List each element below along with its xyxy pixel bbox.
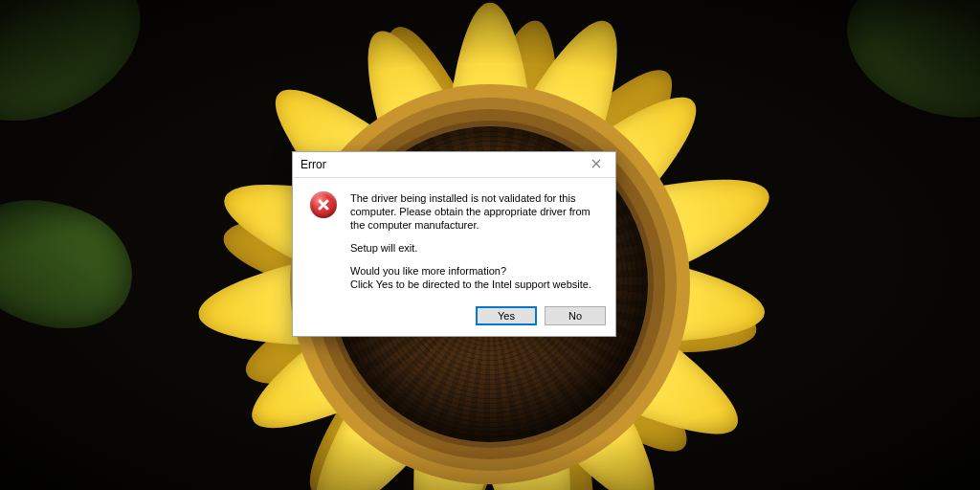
close-icon (591, 158, 601, 171)
message-paragraph: Would you like more information? Click Y… (350, 264, 598, 291)
error-dialog: Error The driver being installed is not … (292, 151, 616, 337)
message-paragraph: The driver being installed is not valida… (350, 191, 598, 232)
dialog-message: The driver being installed is not valida… (350, 191, 598, 291)
no-button[interactable]: No (545, 306, 606, 325)
dialog-body: The driver being installed is not valida… (293, 178, 615, 295)
leaf-decoration (0, 0, 162, 144)
dialog-titlebar[interactable]: Error (293, 152, 615, 178)
dialog-button-row: Yes No (293, 295, 615, 336)
yes-button[interactable]: Yes (476, 306, 537, 325)
leaf-decoration (0, 170, 152, 356)
close-button[interactable] (577, 152, 615, 178)
leaf-decoration (827, 0, 980, 147)
error-icon (310, 191, 337, 218)
message-paragraph: Setup will exit. (350, 241, 598, 255)
dialog-title: Error (301, 158, 577, 171)
